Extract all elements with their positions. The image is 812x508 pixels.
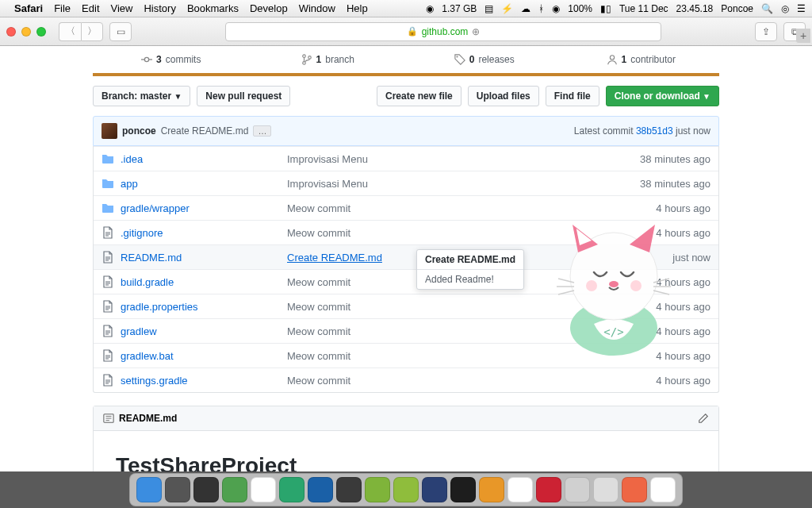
svg-point-5 [308,56,311,60]
dock-app[interactable] [308,477,333,502]
back-button[interactable]: 〈 [59,22,81,41]
dock-app[interactable] [336,477,362,502]
menu-view[interactable]: View [111,2,133,14]
status-user[interactable]: Poncoe [721,3,753,14]
commit-time: just now [676,125,710,137]
status-bluetooth-icon: ᚼ [538,3,544,14]
commit-sha[interactable]: 38b51d3 [636,125,673,137]
avatar[interactable] [102,123,117,139]
notification-center-icon[interactable]: ☰ [797,3,806,14]
create-file-button[interactable]: Create new file [377,86,462,106]
menu-help[interactable]: Help [347,2,368,14]
dock-app[interactable] [165,477,190,502]
file-commit-msg[interactable]: Meow commit [287,375,599,387]
lock-icon: 🔒 [407,26,418,37]
svg-line-41 [558,291,574,294]
summary-contributors[interactable]: 1contributor [563,46,720,73]
dock-app[interactable] [508,477,533,502]
file-name[interactable]: app [121,178,287,190]
share-button[interactable]: ⇪ [755,22,777,41]
dock-app[interactable] [536,477,561,502]
file-name[interactable]: build.gradle [121,276,287,288]
new-tab-button[interactable]: + [796,29,810,43]
page-content: 3commits 1branch 0releases 1contributor … [0,46,812,471]
safari-toolbar: 〈 〉 ▭ 🔒 github.com ⊕ ⇪ ⧉ [0,17,812,46]
upload-files-button[interactable]: Upload files [468,86,539,106]
commit-ellipsis[interactable]: … [253,125,271,137]
status-battery-icon: ▮▯ [600,3,611,14]
file-name[interactable]: settings.gradle [121,375,287,387]
new-pull-request-button[interactable]: New pull request [197,86,290,106]
dock [129,473,683,506]
find-file-button[interactable]: Find file [546,86,599,106]
branch-select[interactable]: Branch: master ▼ [93,86,190,106]
dock-app[interactable] [193,477,219,502]
status-cloud-icon: ☁ [521,3,530,14]
dock-app[interactable] [393,477,419,502]
menu-develop[interactable]: Develop [250,2,288,14]
siri-icon[interactable]: ◎ [781,3,789,14]
svg-point-7 [610,56,614,60]
reader-icon[interactable]: ⊕ [472,26,480,37]
latest-commit-label: Latest commit [574,125,634,137]
dock-app[interactable] [650,477,676,502]
repo-summary: 3commits 1branch 0releases 1contributor [93,46,719,76]
dock-app[interactable] [422,477,447,502]
menu-window[interactable]: Window [299,2,335,14]
spotlight-icon[interactable]: 🔍 [761,3,773,14]
dock-app[interactable] [136,477,162,502]
file-name[interactable]: .gitignore [121,227,287,239]
dock-app[interactable] [279,477,304,502]
clone-download-button[interactable]: Clone or download ▼ [606,86,719,106]
summary-releases[interactable]: 0releases [406,46,563,73]
status-bolt-icon: ⚡ [501,3,513,14]
file-name[interactable]: gradlew [121,325,287,337]
svg-point-0 [144,57,148,61]
file-name[interactable]: .idea [121,153,287,165]
readme-title: TestShareProject [116,453,696,471]
file-name[interactable]: gradle/wrapper [121,202,287,214]
menu-edit[interactable]: Edit [82,2,99,14]
file-row[interactable]: .ideaImprovisasi Menu38 minutes ago [94,146,718,171]
dock-app[interactable] [593,477,619,502]
file-commit-msg[interactable]: Improvisasi Menu [287,153,599,165]
minimize-button[interactable] [21,27,31,37]
close-button[interactable] [6,27,16,37]
file-row[interactable]: settings.gradleMeow commit4 hours ago [94,368,718,392]
menubar-app[interactable]: Safari [14,2,43,14]
menu-file[interactable]: File [54,2,71,14]
menu-bookmarks[interactable]: Bookmarks [187,2,239,14]
readme-header: README.md [94,406,718,431]
file-time: 38 minutes ago [599,153,710,165]
file-time: 4 hours ago [599,375,710,387]
dock-app[interactable] [222,477,247,502]
url-bar[interactable]: 🔒 github.com ⊕ [225,22,661,41]
file-commit-msg[interactable]: Improvisasi Menu [287,178,599,190]
summary-branches[interactable]: 1branch [250,46,407,73]
commit-author[interactable]: poncoe [122,125,156,137]
file-name[interactable]: gradle.properties [121,301,287,313]
file-name[interactable]: gradlew.bat [121,350,287,362]
readme-filename: README.md [119,413,177,424]
summary-commits[interactable]: 3commits [93,46,250,73]
file-name[interactable]: README.md [121,252,287,264]
tooltip-line2: Added Readme! [417,270,523,289]
svg-text:</>: </> [603,325,623,338]
dock-app[interactable] [622,477,647,502]
dock-app[interactable] [365,477,390,502]
menu-history[interactable]: History [144,2,175,14]
forward-button[interactable]: 〉 [81,22,103,41]
maximize-button[interactable] [36,27,46,37]
edit-readme-button[interactable] [698,413,709,424]
file-row[interactable]: appImprovisasi Menu38 minutes ago [94,171,718,195]
readme-box: README.md TestShareProject Just Testing … [93,406,719,471]
dock-app[interactable] [479,477,504,502]
dock-app[interactable] [450,477,476,502]
status-ram-icon: ◉ [426,3,434,14]
svg-point-6 [456,56,458,57]
sidebar-button[interactable]: ▭ [109,22,132,41]
dock-app[interactable] [251,477,276,502]
dock-app[interactable] [565,477,590,502]
commit-message[interactable]: Create README.md [161,125,249,137]
readme-body: TestShareProject Just Testing Broo.. Hae… [94,431,718,471]
